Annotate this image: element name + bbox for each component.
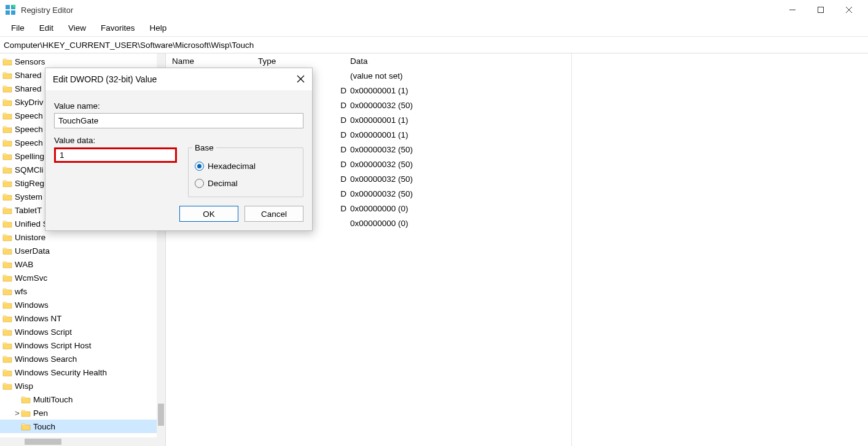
value-data: 0x00000032 (50): [350, 189, 868, 198]
folder-icon: [2, 179, 12, 187]
tree-item[interactable]: Windows Search: [0, 352, 165, 366]
folder-icon: [2, 354, 12, 363]
column-header-name[interactable]: Name: [166, 57, 258, 66]
folder-icon: [21, 395, 31, 404]
svg-point-4: [13, 5, 16, 8]
radio-hex-icon: [195, 162, 204, 171]
value-name-label: Value name:: [54, 101, 303, 111]
tree-item[interactable]: MultiTouch: [0, 393, 165, 406]
tree-item[interactable]: WcmSvc: [0, 271, 165, 284]
tree-item[interactable]: Windows Security Health: [0, 366, 165, 379]
value-data: (value not set): [350, 71, 868, 80]
tree-item[interactable]: Sensors: [0, 55, 165, 68]
menu-file[interactable]: File: [4, 21, 32, 35]
tree-item-label: MultiTouch: [33, 395, 73, 404]
base-fieldset: Base Hexadecimal Decimal: [188, 147, 303, 197]
folder-icon: [2, 98, 12, 106]
folder-icon: [2, 138, 12, 147]
tree-item-label: Spelling: [15, 152, 44, 161]
tree-item-label: Windows NT: [15, 314, 62, 323]
minimize-button[interactable]: [778, 0, 807, 20]
value-data: 0x00000032 (50): [350, 160, 868, 169]
value-data-input[interactable]: [54, 147, 177, 163]
value-data: 0x00000032 (50): [350, 174, 868, 184]
menu-edit[interactable]: Edit: [32, 21, 61, 35]
radio-dec-icon: [195, 179, 204, 188]
dialog-close-button[interactable]: [297, 74, 305, 85]
tree-item[interactable]: >Pen: [0, 406, 165, 420]
tree-item-label: SkyDriv: [15, 98, 44, 107]
folder-icon: [2, 287, 12, 295]
column-header-type[interactable]: Type: [258, 57, 350, 66]
list-header: Name Type Data: [166, 53, 868, 68]
menu-favorites[interactable]: Favorites: [93, 21, 143, 35]
tree-hscrollbar[interactable]: [0, 437, 157, 446]
folder-icon: [2, 327, 12, 336]
folder-icon: [2, 152, 12, 160]
folder-icon: [21, 422, 31, 431]
value-name-input[interactable]: [54, 113, 303, 128]
radio-hex-label: Hexadecimal: [208, 162, 256, 171]
value-data: 0x00000032 (50): [350, 101, 868, 110]
value-data: 0x00000001 (1): [350, 115, 868, 125]
tree-vscroll-thumb[interactable]: [158, 404, 164, 426]
tree-item[interactable]: Windows Script: [0, 325, 165, 338]
tree-item-label: Speech: [15, 138, 43, 147]
folder-icon: [2, 260, 12, 268]
tree-item-label: TabletT: [15, 206, 42, 215]
folder-icon: [2, 341, 12, 350]
svg-rect-0: [6, 5, 10, 9]
column-divider: [571, 53, 572, 446]
folder-icon: [2, 314, 12, 323]
tree-item-label: Touch: [33, 422, 55, 431]
value-data: 0x00000000 (0): [350, 219, 868, 228]
ok-button[interactable]: OK: [179, 206, 238, 222]
value-data: 0x00000032 (50): [350, 145, 868, 154]
tree-item[interactable]: wfs: [0, 284, 165, 298]
address-bar[interactable]: Computer\HKEY_CURRENT_USER\Software\Micr…: [0, 37, 868, 53]
value-data: 0x00000001 (1): [350, 86, 868, 95]
tree-item[interactable]: Windows Script Host: [0, 338, 165, 352]
radio-hexadecimal[interactable]: Hexadecimal: [195, 158, 297, 173]
tree-item[interactable]: WAB: [0, 257, 165, 271]
tree-item[interactable]: Windows NT: [0, 311, 165, 325]
tree-item-label: WAB: [15, 260, 33, 269]
cancel-button[interactable]: Cancel: [244, 206, 303, 222]
menu-view[interactable]: View: [61, 21, 93, 35]
dialog-titlebar[interactable]: Edit DWORD (32-bit) Value: [45, 68, 312, 90]
svg-rect-2: [6, 10, 10, 15]
folder-icon: [2, 57, 12, 66]
expander-icon[interactable]: >: [14, 409, 21, 418]
folder-icon: [2, 111, 12, 120]
tree-item[interactable]: Touch: [0, 420, 165, 433]
tree-item-label: wfs: [15, 287, 27, 296]
tree-item-label: Unistore: [15, 233, 45, 242]
folder-icon: [2, 165, 12, 174]
value-data: 0x00000000 (0): [350, 204, 868, 213]
menu-help[interactable]: Help: [143, 21, 174, 35]
tree-item[interactable]: Windows: [0, 298, 165, 311]
tree-item-label: Windows Script Host: [15, 341, 92, 350]
tree-item-label: Pen: [33, 409, 48, 418]
svg-rect-6: [818, 7, 824, 13]
tree-item[interactable]: Unistore: [0, 230, 165, 244]
tree-item-label: Wisp: [15, 381, 33, 391]
tree-item-label: Shared: [15, 71, 42, 80]
maximize-button[interactable]: [807, 0, 835, 20]
folder-icon: [2, 192, 12, 201]
folder-icon: [2, 71, 12, 79]
close-button[interactable]: [835, 0, 863, 20]
radio-decimal[interactable]: Decimal: [195, 176, 297, 190]
column-header-data[interactable]: Data: [350, 57, 868, 66]
tree-item[interactable]: Wisp: [0, 379, 165, 393]
tree-item-label: StigReg: [15, 179, 44, 188]
address-path: Computer\HKEY_CURRENT_USER\Software\Micr…: [4, 41, 254, 50]
tree-item-label: Speech: [15, 111, 43, 120]
folder-icon: [2, 300, 12, 309]
folder-icon: [21, 409, 31, 417]
tree-item-label: Sensors: [15, 57, 45, 66]
folder-icon: [2, 219, 12, 228]
tree-item[interactable]: UserData: [0, 244, 165, 257]
tree-hscroll-thumb[interactable]: [25, 439, 61, 445]
folder-icon: [2, 368, 12, 377]
